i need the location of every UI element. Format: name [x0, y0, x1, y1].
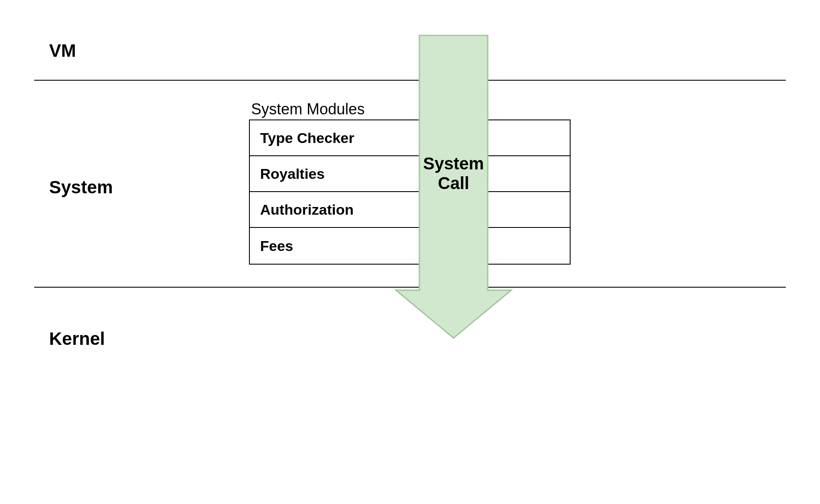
module-label: Royalties	[260, 166, 325, 182]
arrow-label-line1: System	[423, 154, 484, 173]
layer-label-kernel: Kernel	[49, 329, 105, 349]
diagram-canvas: VM System Kernel System Modules Type Che…	[0, 0, 820, 504]
modules-title: System Modules	[251, 100, 365, 118]
module-label: Authorization	[260, 201, 354, 218]
arrow-label-line2: Call	[438, 174, 469, 192]
arrow-label: System Call	[394, 154, 513, 193]
module-label: Fees	[260, 238, 293, 254]
layer-label-system: System	[49, 177, 113, 198]
system-call-arrow: System Call	[394, 34, 513, 339]
module-label: Type Checker	[260, 130, 354, 146]
layer-label-vm: VM	[49, 41, 76, 61]
